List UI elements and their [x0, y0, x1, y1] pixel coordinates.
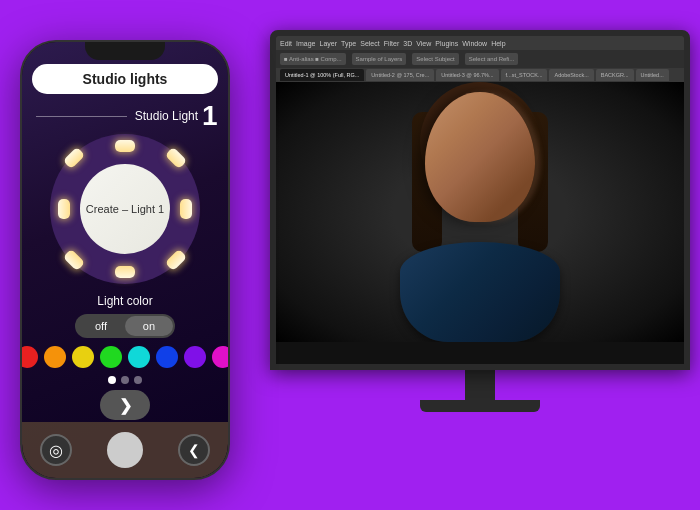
light-color-label: Light color — [97, 294, 152, 308]
phone-title: Studio lights — [83, 71, 168, 87]
pagination-dots — [108, 376, 142, 384]
ps-tab-1[interactable]: Untitled-1 @ 100% (Full, RG... — [280, 69, 364, 81]
ps-tab-7[interactable]: Untitled... — [636, 69, 669, 81]
dot-3[interactable] — [134, 376, 142, 384]
menu-edit[interactable]: Edit — [280, 40, 292, 47]
ring-light-container: Create – Light 1 — [50, 134, 200, 284]
monitor-stand-base — [420, 400, 540, 412]
monitor: Edit Image Layer Type Select Filter 3D V… — [260, 30, 700, 490]
ps-tabs: Untitled-1 @ 100% (Full, RG... Untitled-… — [276, 68, 684, 82]
bulb-bottom-left — [63, 249, 86, 272]
phone-screen: Studio lights Studio Light 1 — [22, 42, 228, 478]
next-button[interactable]: ❯ — [100, 390, 150, 420]
menu-plugins[interactable]: Plugins — [435, 40, 458, 47]
swatch-blue[interactable] — [156, 346, 178, 368]
ring-center-text: Create – Light 1 — [86, 203, 164, 215]
studio-light-number: 1 — [202, 102, 218, 130]
menu-type[interactable]: Type — [341, 40, 356, 47]
swatch-green[interactable] — [100, 346, 122, 368]
bulb-top — [115, 140, 135, 152]
ps-tab-6[interactable]: BACKGR... — [596, 69, 634, 81]
ps-tab-3[interactable]: Untitled-3 @ 96.7%... — [436, 69, 498, 81]
dot-2[interactable] — [121, 376, 129, 384]
toggle-row: off on — [75, 314, 175, 338]
back-icon: ❮ — [188, 442, 200, 458]
toggle-off-btn[interactable]: off — [77, 316, 125, 336]
menu-window[interactable]: Window — [462, 40, 487, 47]
phone: Studio lights Studio Light 1 — [20, 40, 230, 480]
ps-toolbar: ■ Anti-alias ■ Comp... Sample of Layers … — [276, 50, 684, 68]
bulb-right — [180, 199, 192, 219]
menu-layer[interactable]: Layer — [320, 40, 338, 47]
bulb-bottom-right — [165, 249, 188, 272]
face-head — [425, 92, 535, 222]
toggle-on-btn[interactable]: on — [125, 316, 173, 336]
back-button[interactable]: ❮ — [178, 434, 210, 466]
dot-1[interactable] — [108, 376, 116, 384]
toolbar-select[interactable]: Select Subject — [412, 53, 458, 65]
menu-filter[interactable]: Filter — [384, 40, 400, 47]
swatch-orange[interactable] — [44, 346, 66, 368]
monitor-stand-neck — [465, 370, 495, 400]
color-swatches — [22, 346, 228, 368]
toolbar-mode[interactable]: ■ Anti-alias ■ Comp... — [280, 53, 346, 65]
ps-menubar: Edit Image Layer Type Select Filter 3D V… — [276, 36, 684, 50]
swatch-cyan[interactable] — [128, 346, 150, 368]
target-button[interactable]: ◎ — [40, 434, 72, 466]
label-line — [36, 116, 126, 117]
home-button[interactable] — [107, 432, 143, 468]
menu-3d[interactable]: 3D — [403, 40, 412, 47]
menu-select[interactable]: Select — [360, 40, 379, 47]
menu-view[interactable]: View — [416, 40, 431, 47]
ps-tab-2[interactable]: Untitled-2 @ 175, Cre... — [366, 69, 434, 81]
bulb-top-right — [165, 147, 188, 170]
studio-light-text: Studio Light — [135, 109, 198, 123]
swatch-purple[interactable] — [184, 346, 206, 368]
toolbar-refine[interactable]: Select and Refi... — [465, 53, 519, 65]
ring-light[interactable]: Create – Light 1 — [50, 134, 200, 284]
ps-tab-5[interactable]: AdobeStock... — [549, 69, 593, 81]
portrait-background — [276, 82, 684, 342]
menu-image[interactable]: Image — [296, 40, 315, 47]
swatch-red[interactable] — [22, 346, 38, 368]
phone-bottom-bar: ◎ ❮ — [22, 422, 228, 478]
toolbar-sample[interactable]: Sample of Layers — [352, 53, 407, 65]
bulb-bottom — [115, 266, 135, 278]
scene: Studio lights Studio Light 1 — [10, 10, 690, 500]
ps-image-area — [276, 82, 684, 342]
monitor-screen: Edit Image Layer Type Select Filter 3D V… — [270, 30, 690, 370]
ring-center[interactable]: Create – Light 1 — [80, 164, 170, 254]
next-icon: ❯ — [119, 396, 132, 415]
phone-title-bar: Studio lights — [32, 64, 217, 94]
menu-help[interactable]: Help — [491, 40, 505, 47]
swatch-yellow[interactable] — [72, 346, 94, 368]
phone-notch — [85, 42, 165, 60]
face-silhouette — [390, 82, 570, 342]
bulb-left — [58, 199, 70, 219]
studio-light-label-row: Studio Light 1 — [32, 102, 217, 130]
target-icon: ◎ — [49, 441, 63, 460]
bulb-top-left — [63, 147, 86, 170]
face-scarf — [400, 242, 560, 342]
light-color-section: Light color off on — [32, 294, 217, 338]
ps-tab-4[interactable]: f...st_STOCK... — [501, 69, 548, 81]
swatch-pink[interactable] — [212, 346, 228, 368]
